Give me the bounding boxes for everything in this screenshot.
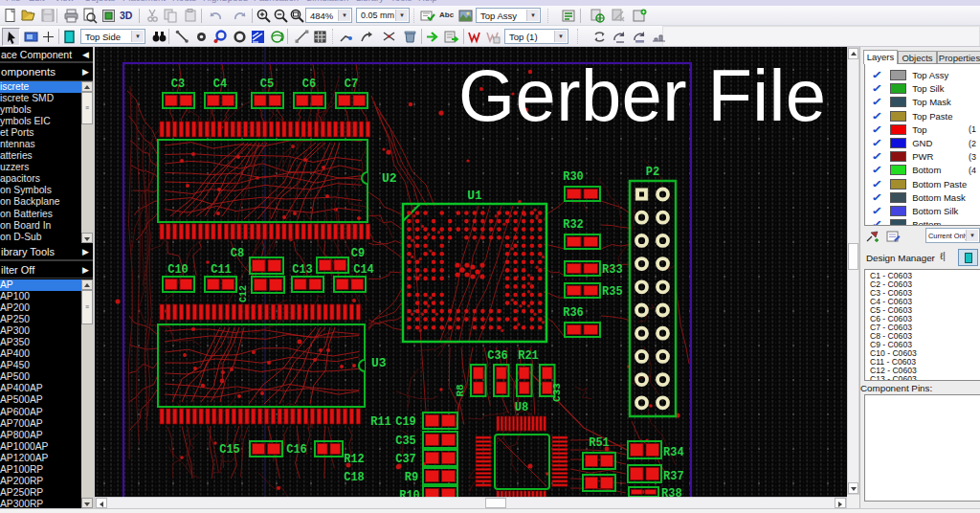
svg-text:C15: C15 [219,443,240,457]
svg-text:C13: C13 [292,263,313,277]
svg-text:U1: U1 [467,189,482,203]
svg-text:R12: R12 [344,453,365,466]
svg-text:C12: C12 [238,285,249,302]
svg-text:C6: C6 [302,78,316,91]
svg-text:C9: C9 [351,247,365,260]
svg-text:C37: C37 [395,453,416,466]
svg-text:R30: R30 [563,170,584,184]
svg-text:C18: C18 [344,471,365,484]
svg-text:U8: U8 [515,401,528,414]
svg-text:C7: C7 [345,78,358,91]
svg-text:R36: R36 [563,306,584,320]
svg-text:R34: R34 [663,446,684,459]
svg-text:C36: C36 [487,349,508,363]
svg-text:R33: R33 [602,263,623,277]
svg-text:R32: R32 [563,218,584,232]
svg-text:C14: C14 [353,263,374,277]
svg-text:C8: C8 [231,247,244,260]
svg-text:R38: R38 [661,487,682,497]
svg-text:R8: R8 [455,384,466,397]
svg-text:R21: R21 [518,349,539,363]
svg-text:Gerber File: Gerber File [458,55,827,136]
svg-text:R11: R11 [370,415,391,429]
svg-text:C4: C4 [213,78,227,91]
svg-text:C3: C3 [171,78,185,91]
svg-text:R10: R10 [399,489,420,497]
svg-text:U2: U2 [382,171,397,186]
svg-text:C16: C16 [286,443,307,457]
svg-text:P2: P2 [646,166,659,179]
svg-text:R9: R9 [405,471,418,484]
svg-text:C5: C5 [260,78,274,91]
svg-text:R37: R37 [663,470,684,483]
svg-text:R51: R51 [589,436,610,450]
svg-text:C19: C19 [395,415,416,429]
svg-text:R35: R35 [602,285,623,299]
svg-text:U3: U3 [371,356,387,370]
svg-text:C33: C33 [551,383,563,402]
svg-text:C11: C11 [211,263,232,277]
svg-text:C10: C10 [167,263,189,277]
svg-text:C35: C35 [395,435,416,448]
